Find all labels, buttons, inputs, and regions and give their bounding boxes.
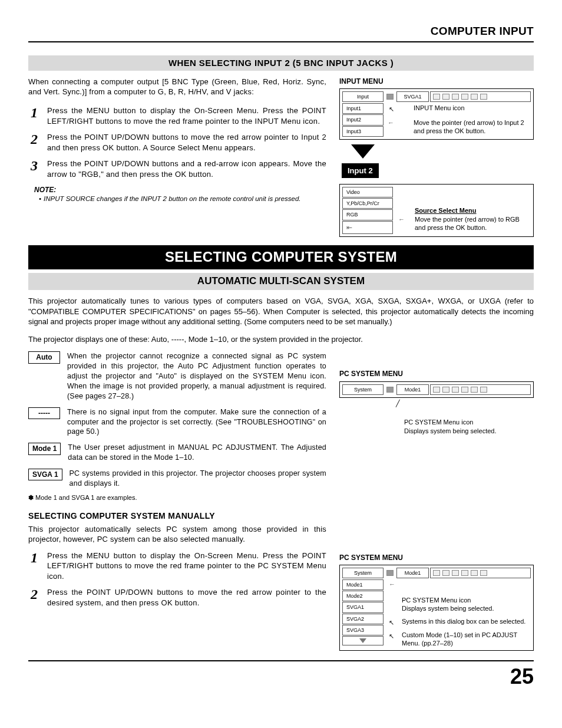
pointer-line: ↖ [389, 105, 394, 113]
title-bar-selecting-system: SELECTING COMPUTER SYSTEM [28, 245, 534, 269]
mode-badge: SVGA 1 [28, 469, 62, 480]
pointer-line: ↖ [389, 632, 394, 640]
mode-badge: ----- [28, 407, 60, 419]
separator-icon [384, 384, 396, 396]
menu-icon [461, 387, 468, 393]
section-band-input2: WHEN SELECTING INPUT 2 (5 BNC INPUT JACK… [28, 55, 534, 71]
menu-icon [442, 94, 449, 100]
pc-menu1-annot: ╱ PC SYSTEM Menu icon Displays system be… [339, 401, 534, 435]
mode-badge: Mode 1 [28, 443, 61, 454]
pointer-line: ↖ [389, 618, 394, 627]
subtitle-automatic-multiscan: AUTOMATIC MULTI-SCAN SYSTEM [28, 273, 534, 290]
input-menu-frame: Input SVGA1 Input1 Input2 [339, 88, 534, 140]
menu-icon [461, 570, 468, 576]
mode-desc: PC systems provided in this projector. T… [70, 469, 326, 489]
arrow-icon: ← [389, 580, 395, 588]
list-item: Y,Pb/Cb,Pr/Cr [342, 198, 393, 209]
menu-label-system: System [342, 568, 384, 578]
step-number: 1 [28, 106, 40, 126]
pc-menu2-annot2: ↖ Systems in this dialog box can be sele… [402, 617, 530, 625]
menu-label-input: Input [342, 91, 384, 102]
list-item: SVGA1 [342, 602, 384, 612]
input-list: Input1 Input2 Input3 [342, 103, 385, 137]
arrow-icon: ← [398, 215, 405, 223]
list-item: Input3 [342, 126, 384, 137]
list-item: SVGA2 [342, 614, 384, 624]
step-1: 1 Press the MENU button to display the O… [28, 106, 326, 126]
menu-icon-strip [430, 384, 531, 395]
step-text: Press the MENU button to display the On-… [47, 551, 326, 582]
pointer-line: ╱ [396, 399, 400, 407]
menu-system-label: SVGA1 [396, 91, 429, 102]
big-down-arrow-icon [351, 144, 375, 159]
menu-icon [433, 94, 440, 100]
pc-system-menu-1: System Mode1 [339, 381, 534, 398]
list-item: RGB [342, 209, 393, 220]
manual-intro: This projector automatically selects PC … [28, 524, 326, 545]
pc-system-menu-title-2: PC SYSTEM MENU [339, 553, 534, 562]
separator-icon [384, 91, 396, 103]
menu-icon [442, 387, 449, 393]
menu-icon [480, 387, 487, 393]
step-text: Press the POINT UP/DOWN buttons to move … [47, 587, 326, 608]
mode-svga1: SVGA 1 PC systems provided in this proje… [28, 469, 326, 489]
menu-icon [471, 94, 478, 100]
menu-icon-strip [430, 568, 531, 578]
source-list: Video Y,Pb/Cb,Pr/Cr RGB [342, 186, 395, 235]
step-text: Press the MENU button to display the On-… [47, 106, 326, 126]
menu-icon [433, 570, 440, 576]
menu-mode-label: Mode1 [396, 568, 429, 578]
step-number: 3 [28, 159, 40, 179]
list-item: Input2 [342, 114, 384, 125]
autoscan-p1: This projector automatically tunes to va… [28, 296, 534, 327]
step-2: 2 Press the POINT UP/DOWN buttons to mov… [28, 132, 326, 153]
pc-menu2-annot3: ↖ Custom Mode (1–10) set in PC ADJUST Me… [402, 631, 530, 648]
annot-move-pointer: ← Move the pointer (red arrow) to Input … [414, 118, 529, 136]
mode-badge: Auto [28, 351, 60, 363]
pc-system-menu-2: System Mode1 Mode1 Mode2 SVGA1 SVGA2 [339, 565, 534, 651]
list-item: SVGA3 [342, 625, 384, 635]
list-item: Mode1 [342, 579, 384, 590]
input2-tag: Input 2 [342, 163, 379, 179]
intro-text: When connecting a computer output [5 BNC… [28, 77, 326, 97]
menu-icon [452, 387, 459, 393]
pc-menu2-annot1: ← PC SYSTEM Menu icon Displays system be… [402, 579, 530, 612]
annot-source: ← Move the pointer (red arrow) to RGB an… [415, 215, 529, 232]
mode-mode1: Mode 1 The User preset adjustment in MAN… [28, 443, 326, 463]
source-select-frame: Video Y,Pb/Cb,Pr/Cr RGB Source Select Me… [339, 184, 534, 237]
input-menu-title: INPUT MENU [339, 77, 534, 86]
note-label: NOTE: [34, 185, 326, 195]
menu-icon-strip [430, 91, 531, 102]
mode-desc: When the projector cannot recognize a co… [67, 351, 326, 401]
menu-icon [461, 94, 468, 100]
annot-input-menu-icon: ↖ INPUT Menu icon [414, 104, 529, 112]
page-number: 25 [28, 660, 534, 691]
autoscan-p2: The projector displays one of these: Aut… [28, 334, 534, 345]
menu-icon [480, 94, 487, 100]
mode-auto: Auto When the projector cannot recognize… [28, 351, 326, 401]
menu-mode-label: Mode1 [396, 384, 429, 395]
source-select-heading: Source Select Menu [415, 206, 529, 215]
step-text: Press the POINT UP/DOWN buttons and a re… [47, 159, 326, 179]
mode-desc: The User preset adjustment in MANUAL PC … [68, 443, 326, 463]
note-body: INPUT SOURCE changes if the INPUT 2 butt… [39, 195, 326, 204]
step-3: 3 Press the POINT UP/DOWN buttons and a … [28, 159, 326, 179]
manual-step-1: 1 Press the MENU button to display the O… [28, 551, 326, 582]
subhead-manual: SELECTING COMPUTER SYSTEM MANUALLY [28, 510, 326, 522]
step-number: 2 [28, 132, 40, 153]
list-item: Video [342, 187, 393, 197]
menu-icon [480, 570, 487, 576]
menu-icon [471, 570, 478, 576]
menu-icon [452, 94, 459, 100]
pc-system-menu-title-1: PC SYSTEM MENU [339, 369, 534, 378]
menu-icon [452, 570, 459, 576]
page-header-title: COMPUTER INPUT [28, 24, 534, 42]
pc-system-list: Mode1 Mode2 SVGA1 SVGA2 SVGA3 [342, 579, 385, 648]
menu-label-system: System [342, 384, 384, 395]
return-icon [342, 221, 393, 234]
mode-blank: ----- There is no signal input from the … [28, 407, 326, 437]
list-item: Input1 [342, 103, 384, 114]
mode-desc: There is no signal input from the comput… [67, 407, 326, 437]
list-item: Mode2 [342, 591, 384, 601]
menu-icon [433, 387, 440, 393]
